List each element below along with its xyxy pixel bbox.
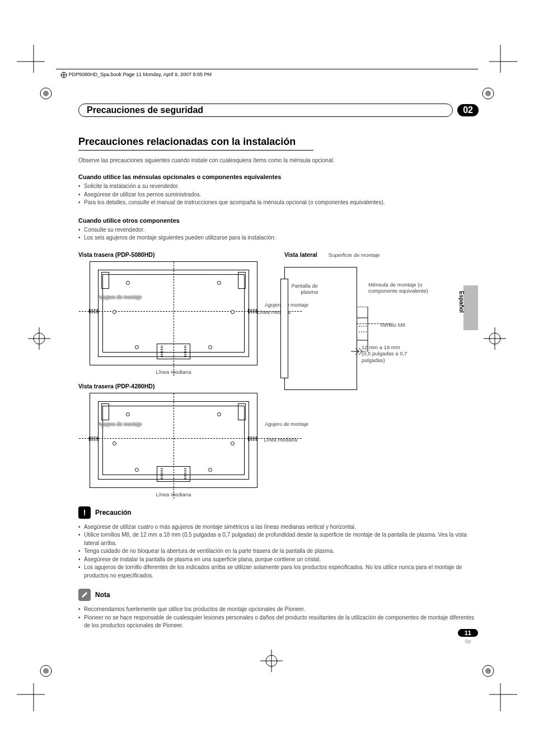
- list-item: Asegúrese de utilizar cuatro o más aguje…: [78, 523, 479, 532]
- list-item: Recomendamos fuertemente que utilice los…: [78, 605, 479, 614]
- list-item: Utilice tornillos M8, de 12 mm a 18 mm (…: [78, 531, 479, 547]
- svg-point-1: [43, 91, 49, 96]
- subheading-other: Cuando utilice otros componentes: [78, 217, 479, 224]
- note-icon: [78, 589, 91, 601]
- header-rule: [56, 69, 478, 69]
- diagram-title-rear-5080: Vista trasera (PDP-5080HD): [78, 251, 269, 258]
- diagram-title-side: Vista lateral: [284, 251, 317, 258]
- list-item: Para los detalles, consulte el manual de…: [78, 199, 479, 207]
- svg-point-3: [485, 91, 491, 96]
- bracket-bullets: Solicite la instalación a su revendedor.…: [78, 182, 479, 207]
- list-item: Asegúrese de utilizar los pernos suminis…: [78, 191, 479, 199]
- section-title: Precauciones relacionadas con la instala…: [78, 136, 479, 148]
- side-diagram: Pantalla de plasma Ménsula de montaje (o…: [284, 261, 430, 390]
- registration-mark-left: [28, 327, 50, 350]
- list-item: Los seis agujeros de montaje siguientes …: [78, 234, 479, 242]
- note-list: Recomendamos fuertemente que utilice los…: [78, 605, 479, 630]
- registration-mark-right: [484, 327, 506, 350]
- subheading-brackets: Cuando utilice las ménsulas opcionales o…: [78, 173, 479, 180]
- chapter-number: 02: [457, 104, 479, 116]
- list-item: Asegúrese de instalar la pantalla de pla…: [78, 556, 479, 564]
- label-screw-m8: Tornillo M8: [380, 322, 405, 328]
- label-mounting-hole-left-4280: Agujero de montaje: [98, 421, 142, 427]
- label-mounting-hole-right-4280: Agujero de montaje: [265, 421, 308, 427]
- color-swatch-br: [481, 664, 495, 678]
- running-header-text: PDP5080HD_Spa.book Page 11 Monday, April…: [69, 72, 212, 77]
- caution-list: Asegúrese de utilizar cuatro o más aguje…: [78, 523, 479, 580]
- svg-point-7: [485, 668, 491, 674]
- list-item: Consulte su revendedor.: [78, 226, 479, 234]
- color-swatch-tl: [39, 87, 53, 100]
- other-bullets: Consulte su revendedor. Los seis agujero…: [78, 226, 479, 242]
- crop-mark-tl: [17, 45, 50, 78]
- crop-mark-br: [484, 678, 517, 711]
- rear-diagram-5080: Agujero de montaje Agujero de montaje Lí…: [90, 261, 257, 365]
- list-item: Solicite la instalación a su revendedor.: [78, 182, 479, 191]
- label-range-inches: (0,5 pulgadas a 0,7 pulgadas): [362, 350, 407, 363]
- label-bracket: Ménsula de montaje (o componente equival…: [368, 281, 430, 295]
- color-swatch-tr: [481, 87, 495, 100]
- label-mounting-hole-left: Agujero de montaje: [98, 294, 142, 300]
- rear-diagram-4280: Agujero de montaje Agujero de montaje Lí…: [90, 393, 257, 488]
- note-title: Nota: [95, 591, 110, 599]
- diagram-title-rear-4280: Vista trasera (PDP-4280HD): [78, 383, 269, 389]
- crop-mark-bl: [17, 678, 50, 711]
- page-number-badge: 11: [458, 629, 478, 637]
- list-item: Tenga cuidado de no bloquear la abertura…: [78, 547, 479, 556]
- label-range-mm: 12 mm a 18 mm: [362, 344, 400, 350]
- section-rule: [78, 150, 313, 151]
- chapter-title: Precauciones de seguridad: [78, 104, 453, 117]
- crop-mark-tr: [484, 45, 517, 78]
- label-mounting-surface: Superficie de montaje: [329, 252, 380, 258]
- registration-mark-bottom-center: [260, 650, 283, 672]
- section-intro: Observe las precauciones siguientes cuan…: [78, 157, 479, 163]
- running-header: PDP5080HD_Spa.book Page 11 Monday, April…: [60, 72, 212, 78]
- page-language-code: Sp: [458, 638, 478, 644]
- list-item: Pioneer no se hace responsable de cuales…: [78, 614, 479, 630]
- caution-icon: !: [78, 506, 91, 519]
- color-swatch-bl: [39, 664, 53, 678]
- label-plasma-display: Pantalla de plasma: [279, 283, 318, 296]
- label-centerline-right-4280: Línea mediana: [264, 437, 297, 443]
- list-item: Los agujeros de tornillo diferentes de l…: [78, 564, 479, 580]
- caution-title: Precaución: [95, 509, 132, 516]
- svg-point-5: [43, 668, 49, 674]
